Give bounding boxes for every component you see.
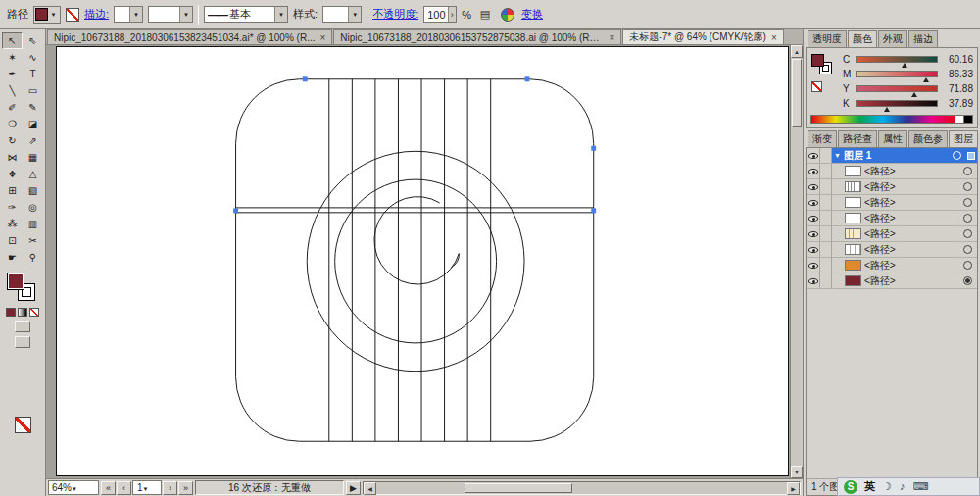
rotate-tool[interactable]: ↻	[2, 132, 23, 149]
artboard-tool[interactable]: ⊡	[2, 232, 23, 249]
white-swatch[interactable]	[956, 115, 964, 124]
lock-cell[interactable]	[820, 164, 832, 178]
column-graph-tool[interactable]: ▥	[23, 216, 43, 232]
layer-name[interactable]: 图层 1	[844, 149, 950, 163]
fill-proxy-swatch[interactable]	[811, 54, 824, 67]
profile-dropdown[interactable]: —— 基本	[204, 6, 288, 23]
panel-tab[interactable]: 路径查	[838, 130, 877, 147]
vertical-scrollbar[interactable]: ▲ ▼	[790, 45, 803, 478]
channel-value[interactable]: 37.89	[942, 98, 973, 109]
channel-value[interactable]: 60.16	[942, 54, 973, 65]
perspective-grid-tool[interactable]: △	[23, 166, 43, 182]
rectangle-tool[interactable]: ▭	[23, 82, 43, 99]
gradient-mode-button[interactable]	[18, 308, 27, 317]
document-tab[interactable]: Nipic_10673188_20180306153823451034.ai* …	[47, 29, 332, 44]
channel-slider[interactable]	[856, 85, 938, 92]
lock-cell[interactable]	[820, 179, 832, 194]
paintbrush-tool[interactable]: ✐	[2, 99, 23, 116]
slider-marker-icon[interactable]	[884, 107, 890, 112]
gradient-tool[interactable]: ▧	[23, 182, 43, 199]
type-tool[interactable]: T	[23, 66, 43, 82]
path-label[interactable]: <路径>	[864, 165, 960, 178]
color-spectrum-ramp[interactable]	[810, 115, 956, 124]
document-tab[interactable]: Nipic_10673188_20180306153752875038.ai @…	[333, 29, 621, 44]
visibility-eye-icon[interactable]	[808, 153, 818, 159]
free-transform-tool[interactable]: ▦	[23, 149, 43, 166]
brush-dropdown[interactable]	[148, 6, 193, 23]
direct-selection-tool[interactable]: ⇖	[23, 32, 43, 49]
panel-tab[interactable]: 外观	[878, 30, 907, 47]
path-row[interactable]: <路径>	[807, 211, 977, 226]
line-segment-tool[interactable]: ╲	[2, 82, 23, 99]
target-circle-icon[interactable]	[963, 198, 972, 207]
color-mode-button[interactable]	[6, 308, 16, 317]
visibility-eye-icon[interactable]	[808, 247, 818, 253]
status-expand-button[interactable]: ▶	[346, 481, 361, 495]
previous-artboard-button[interactable]: ‹	[117, 481, 131, 495]
visibility-eye-icon[interactable]	[808, 278, 818, 284]
document-setup-icon[interactable]: ▤	[476, 6, 494, 24]
none-swatch[interactable]	[15, 417, 31, 433]
first-artboard-button[interactable]: «	[101, 481, 116, 495]
ime-keyboard-icon[interactable]: ⌨	[912, 480, 928, 493]
document-tab[interactable]: 未标题-7* @ 64% (CMYK/轮廓) ×	[622, 29, 783, 44]
canvas-area[interactable]: ▲ ▼	[46, 45, 803, 478]
scroll-left-icon[interactable]: ◀	[364, 482, 376, 495]
scrollbar-thumb[interactable]	[792, 59, 802, 127]
shape-builder-tool[interactable]: ❖	[2, 166, 23, 182]
sogou-logo[interactable]: S	[844, 480, 858, 494]
style-dropdown[interactable]	[322, 6, 362, 23]
lock-cell[interactable]	[820, 258, 832, 273]
last-artboard-button[interactable]: »	[178, 481, 193, 495]
channel-value[interactable]: 71.88	[942, 83, 973, 94]
blob-brush-tool[interactable]: ❍	[2, 116, 23, 132]
path-row[interactable]: <路径>	[807, 179, 977, 195]
mesh-tool[interactable]: ⊞	[2, 182, 23, 199]
scale-tool[interactable]: ⇗	[23, 132, 43, 149]
horizontal-scrollbar[interactable]: ◀ ▶	[363, 481, 801, 495]
visibility-eye-icon[interactable]	[808, 184, 818, 190]
scrollbar-thumb[interactable]	[465, 483, 572, 493]
selection-tool[interactable]: ↖	[2, 32, 23, 49]
scroll-down-icon[interactable]: ▼	[791, 466, 803, 478]
next-artboard-button[interactable]: ›	[163, 481, 177, 495]
opacity-input[interactable]: 100	[423, 6, 457, 23]
drawing-mode-button[interactable]	[15, 321, 30, 332]
visibility-eye-icon[interactable]	[808, 169, 818, 174]
path-label[interactable]: <路径>	[864, 243, 960, 257]
hand-tool[interactable]: ☛	[2, 249, 23, 266]
artboard[interactable]	[56, 46, 789, 476]
slice-tool[interactable]: ✂	[23, 232, 43, 249]
path-label[interactable]: <路径>	[864, 196, 960, 210]
stroke-weight-dropdown[interactable]	[114, 6, 143, 23]
lock-cell[interactable]	[820, 195, 832, 210]
target-circle-icon[interactable]	[953, 151, 961, 160]
path-row[interactable]: <路径>	[807, 242, 977, 258]
channel-slider[interactable]	[856, 100, 938, 107]
eyedropper-tool[interactable]: ✑	[2, 199, 23, 216]
path-row[interactable]: <路径>	[807, 226, 977, 242]
lock-cell[interactable]	[820, 211, 832, 225]
path-label[interactable]: <路径>	[864, 180, 960, 194]
fill-swatch[interactable]	[7, 273, 24, 290]
fill-stroke-swatches[interactable]	[6, 272, 39, 303]
lock-cell[interactable]	[820, 273, 832, 288]
slider-marker-icon[interactable]	[911, 92, 917, 97]
black-swatch[interactable]	[964, 115, 973, 124]
target-circle-icon[interactable]	[963, 276, 972, 285]
panel-tab[interactable]: 图层	[949, 130, 978, 147]
path-row[interactable]: <路径>	[807, 258, 977, 273]
target-circle-icon[interactable]	[963, 214, 972, 223]
visibility-eye-icon[interactable]	[808, 216, 818, 222]
path-row[interactable]: <路径>	[807, 273, 977, 289]
stroke-link[interactable]: 描边:	[84, 7, 109, 22]
none-mode-button[interactable]	[29, 308, 39, 317]
stroke-none-icon[interactable]	[66, 8, 79, 22]
path-label[interactable]: <路径>	[864, 274, 960, 288]
blend-tool[interactable]: ◎	[23, 199, 43, 216]
recolor-artwork-icon[interactable]	[501, 8, 514, 22]
lock-cell[interactable]	[820, 148, 832, 163]
channel-slider[interactable]	[856, 56, 938, 63]
visibility-eye-icon[interactable]	[808, 263, 818, 269]
eraser-tool[interactable]: ◪	[23, 116, 43, 132]
